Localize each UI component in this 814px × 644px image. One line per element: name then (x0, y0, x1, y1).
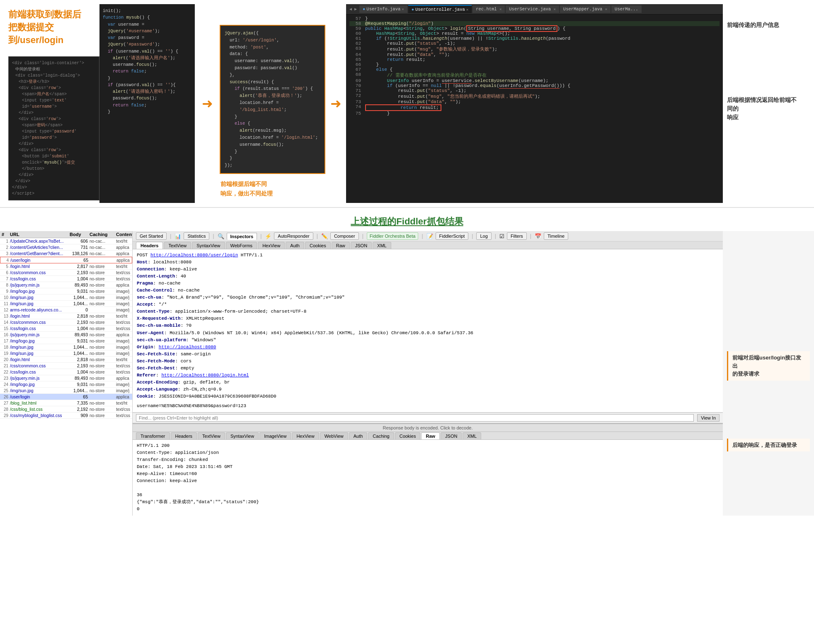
tab-cookies[interactable]: Cookies (305, 242, 331, 249)
list-item[interactable]: 17 /img/logo.jpg 9,031 no-store image/j (0, 338, 132, 344)
list-item[interactable]: 5 /login.html 2,817 no-store text/ht (0, 263, 132, 270)
resp-tab-cookies[interactable]: Cookies (395, 432, 421, 439)
header-content-type: Content-Type: application/x-www-form-url… (137, 308, 719, 315)
resp-line-status: HTTP/1.1 200 (137, 442, 719, 449)
list-item[interactable]: 26 /user/login 65 applica (0, 394, 132, 400)
resp-tab-auth[interactable]: Auth (349, 432, 368, 439)
tab-userservice[interactable]: UserService.java ✕ (506, 5, 559, 13)
list-item[interactable]: 23 /js/jquery.min.js 89,493 no-store app… (0, 375, 132, 381)
tab-userinfo[interactable]: ● UserInfo.java ✕ (359, 5, 407, 13)
header-origin: Origin: http://localhost:8080 (137, 344, 719, 351)
left-annotation-title: 前端获取到数据后 把数据提交 到/user/login (8, 8, 99, 46)
arrow-right-2: ➜ (325, 4, 346, 203)
tab-textview[interactable]: TextView (164, 242, 191, 249)
resp-line-body: {"msg":"恭喜，登录成功","data":"","status":200} (137, 499, 719, 506)
tab-userma[interactable]: UserMa... (611, 5, 642, 13)
list-item[interactable]: 3 /content/GetBanner?dient... 138,126 no… (0, 251, 132, 257)
resp-tab-hexview[interactable]: HexView (292, 432, 319, 439)
tab-syntaxview[interactable]: SyntaxView (192, 242, 225, 249)
log-btn[interactable]: Log (476, 232, 491, 240)
tab-usercontroller[interactable]: ● UserController.java ✕ (408, 5, 472, 13)
list-item[interactable]: 16 /js/jquery.min.js 89,493 no-store app… (0, 332, 132, 338)
list-item[interactable]: 4 /user/login 65 applica (0, 257, 132, 263)
statistics-btn[interactable]: Statistics (184, 232, 209, 240)
request-headers-area: POST http://localhost:8080/user/login HT… (133, 249, 723, 412)
request-url-link[interactable]: http://localhost:8080/user/login (150, 253, 238, 258)
header-sec-fetch-site: Sec-Fetch-Site: same-origin (137, 351, 719, 358)
resp-line-keep-alive: Keep-Alive: timeout=60 (137, 470, 719, 478)
resp-tab-xml[interactable]: XML (463, 432, 481, 439)
list-item[interactable]: 15 /css/login.css 1,004 no-store text/cs… (0, 326, 132, 332)
list-item[interactable]: 19 /img/sun.jpg 1,044... no-store image/… (0, 350, 132, 357)
list-item[interactable]: 25 /img/sun.jpg 1,044... no-store image/… (0, 388, 132, 394)
header-accept-language: Accept-Language: zh-CN,zh;q=0.9 (137, 386, 719, 393)
left-annotation: 前端获取到数据后 把数据提交 到/user/login <div class='… (8, 4, 99, 203)
resp-tab-headers[interactable]: Headers (171, 432, 197, 439)
resp-tab-json[interactable]: JSON (441, 432, 462, 439)
list-item[interactable]: 2 /content/GetArticles?clien... 731 no-c… (0, 244, 132, 251)
timeline-btn[interactable]: Timeline (544, 232, 568, 240)
list-item[interactable]: 10 /img/sun.jpg 1,044... no-store image/… (0, 294, 132, 301)
list-header: # URL Body Caching Content-T... (0, 231, 132, 238)
composer-btn[interactable]: Composer (330, 232, 359, 240)
tab-usermapper[interactable]: UserMapper.java ✕ (560, 5, 610, 13)
header-pragma: Pragma: no-cache (137, 280, 719, 287)
filters-icon: ☑ (499, 233, 504, 239)
left-code-panel: init(); function mysub() { var username … (99, 4, 195, 203)
tab-webforms[interactable]: WebForms (226, 242, 257, 249)
list-item[interactable]: 9 /img/logo.jpg 9,031 no-store image/j (0, 288, 132, 294)
list-item[interactable]: 28 /css/blog_list.css 2,192 no-store tex… (0, 406, 132, 412)
tab-raw[interactable]: Raw (332, 242, 350, 249)
list-item[interactable]: 13 /login.html 2,818 no-store text/ht (0, 313, 132, 319)
tab-hexview[interactable]: HexView (258, 242, 285, 249)
list-item[interactable]: 11 /img/sun.jpg 1,044... no-store image/… (0, 301, 132, 307)
autoresponder-btn[interactable]: AutoResponder (274, 232, 313, 240)
header-sec-ch-ua-mobile: Sec-ch-ua-mobile: ?0 (137, 322, 719, 329)
origin-link[interactable]: http://localhost:8080 (159, 345, 216, 350)
list-item[interactable]: 7 /css/login.css 1,004 no-store text/css (0, 276, 132, 282)
list-item[interactable]: 12 arms-retcode.aliyuncs.co... 0 image/j (0, 307, 132, 313)
right-annotation-column: 前端传递的用户信息 后端根据情况返回给前端不同的 响应 (723, 4, 806, 203)
tab-auth[interactable]: Auth (286, 242, 304, 249)
inspectors-btn[interactable]: Inspectors (227, 233, 257, 240)
tab-rec[interactable]: rec.html ✕ (472, 5, 505, 13)
list-item[interactable]: 21 /css/conmmon.css 2,193 no-store text/… (0, 363, 132, 369)
tab-json[interactable]: JSON (351, 242, 372, 249)
list-item[interactable]: 20 /login.html 2,818 no-store text/ht (0, 357, 132, 363)
resp-tab-textview[interactable]: TextView (198, 432, 225, 439)
tab-headers[interactable]: Headers (136, 242, 163, 249)
list-item[interactable]: 18 /img/sun.jpg 1,044... no-store image/… (0, 344, 132, 350)
list-item[interactable]: 24 /img/logo.jpg 9,031 no-store image/j (0, 381, 132, 388)
list-item[interactable]: 22 /css/login.css 1,004 no-store text/cs… (0, 369, 132, 375)
find-input[interactable] (136, 414, 694, 422)
fiddler-request-list[interactable]: # URL Body Caching Content-T... 1 /Updat… (0, 231, 133, 516)
resp-tab-transformer[interactable]: Transformer (136, 432, 170, 439)
fiddler-right-panel: Get Started | 📊 Statistics | 🔍 Inspector… (133, 231, 723, 516)
list-item[interactable]: 29 /css/mybloglist_bloglist.css 909 no-s… (0, 412, 132, 419)
tab-xml[interactable]: XML (373, 242, 391, 249)
list-item[interactable]: 6 /css/conmmon.css 2,193 no-store text/c… (0, 270, 132, 276)
response-decode-header[interactable]: Response body is encoded. Click to decod… (133, 423, 723, 432)
header-referer: Referer: http://localhost:8080/login.htm… (137, 372, 719, 379)
get-started-btn[interactable]: Get Started (136, 232, 167, 240)
referer-link[interactable]: http://localhost:8080/login.html (161, 373, 249, 378)
resp-tab-imageview[interactable]: ImageView (259, 432, 291, 439)
resp-tab-syntaxview[interactable]: SyntaxView (226, 432, 259, 439)
list-item[interactable]: 27 /blog_list.html 7,335 no-store text/h… (0, 400, 132, 406)
resp-tab-webview[interactable]: WebView (320, 432, 348, 439)
list-item[interactable]: 8 /js/jquery.min.js 89,493 no-store appl… (0, 282, 132, 288)
list-item[interactable]: 1 /UpdateCheck.aspx?isBet... 606 no-cac.… (0, 238, 132, 244)
resp-line-content-type: Content-Type: application/json (137, 449, 719, 456)
resp-line-connection: Connection: keep-alive (137, 478, 719, 485)
response-content: HTTP/1.1 200 Content-Type: application/j… (133, 440, 723, 515)
fo-beta-btn[interactable]: Fiddler Orchestra Beta (367, 232, 419, 240)
list-item[interactable]: 14 /css/conmmon.css 2,193 no-store text/… (0, 319, 132, 326)
view-in-button[interactable]: View In (697, 414, 720, 422)
filters-btn[interactable]: Filters (507, 232, 527, 240)
header-x-requested-with: X-Requested-With: XMLHttpRequest (137, 315, 719, 322)
html-code-panel: <div class='login-container'> 中间的登录框 <di… (8, 56, 99, 200)
resp-tab-caching[interactable]: Caching (368, 432, 394, 439)
fiddler-script-btn[interactable]: FiddlerScript (436, 232, 469, 240)
arrow-right-1: ➜ (195, 4, 220, 203)
resp-tab-raw[interactable]: Raw (421, 432, 440, 439)
